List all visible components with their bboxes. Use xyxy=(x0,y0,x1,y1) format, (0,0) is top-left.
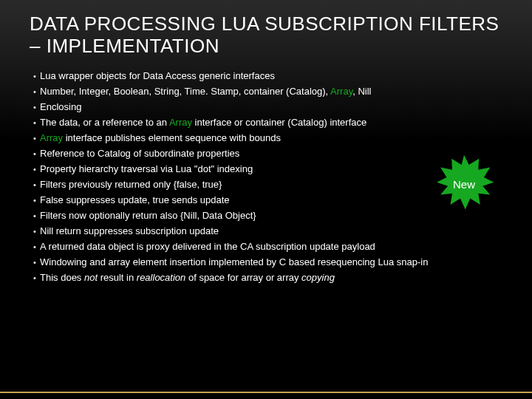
bullet-dot-icon: • xyxy=(30,271,40,285)
bullet-l4: • Array interface publishes element sequ… xyxy=(30,132,502,146)
text-span: , Nill xyxy=(352,86,371,97)
bullet-dot-icon: • xyxy=(30,116,40,130)
bullet-dot-icon: • xyxy=(30,256,40,270)
bullet-text: This does not result in reallocation of … xyxy=(40,271,502,285)
bullet-l2: • Property hierarchy traversal via Lua "… xyxy=(30,163,502,177)
bullet-dot-icon: • xyxy=(30,132,40,146)
bullet-dot-icon: • xyxy=(30,178,40,192)
bullet-l2: • Windowing and array element insertion … xyxy=(30,256,502,270)
bullet-l2: • A returned data object is proxy delive… xyxy=(30,240,502,254)
text-span: The data, or a reference to an xyxy=(40,117,169,128)
bullet-dot-icon: • xyxy=(30,69,40,83)
bullet-l1: • Filters now optionally return also {Ni… xyxy=(30,209,502,223)
bullet-dot-icon: • xyxy=(30,209,40,223)
bullet-l2: • Enclosing xyxy=(30,100,502,115)
bullet-dot-icon: • xyxy=(30,100,40,115)
bottom-accent-line xyxy=(0,392,532,393)
bullet-text: Enclosing xyxy=(40,100,502,115)
bullet-l2: • Number, Integer, Boolean, String, Time… xyxy=(30,85,502,99)
bullet-text: Number, Integer, Boolean, String, Time. … xyxy=(40,85,502,99)
text-span: interface publishes element sequence wit… xyxy=(63,132,281,143)
bullet-dot-icon: • xyxy=(30,194,40,208)
text-span: interface or container (Catalog) interfa… xyxy=(192,117,366,128)
text-span-italic: reallocation xyxy=(137,272,186,283)
bullet-text: The data, or a reference to an Array int… xyxy=(40,116,502,130)
bullet-text: Windowing and array element insertion im… xyxy=(40,256,502,270)
bullet-l3: • This does not result in reallocation o… xyxy=(30,271,502,285)
slide-body: • Lua wrapper objects for Data Access ge… xyxy=(30,69,502,285)
new-starburst-badge: New xyxy=(433,154,495,216)
bullet-text: Lua wrapper objects for Data Access gene… xyxy=(40,69,502,83)
bullet-l3: • Reference to Catalog of subordinate pr… xyxy=(30,147,502,161)
bullet-l2: • Nill return suppresses subscription up… xyxy=(30,225,502,239)
text-span-green: Array xyxy=(40,132,63,143)
bullet-text: A returned data object is proxy delivere… xyxy=(40,240,502,254)
bullet-dot-icon: • xyxy=(30,85,40,99)
slide-title: DATA PROCESSING LUA SUBSCRIPTION FILTERS… xyxy=(30,13,502,58)
text-span-green: Array xyxy=(169,117,192,128)
title-line-2: – IMPLEMENTATION xyxy=(30,35,219,57)
text-span: Number, Integer, Boolean, String, Time. … xyxy=(40,86,330,97)
text-span: This does xyxy=(40,272,84,283)
bullet-dot-icon: • xyxy=(30,147,40,161)
text-span-green: Array xyxy=(330,86,352,97)
bullet-dot-icon: • xyxy=(30,240,40,254)
bullet-text: Array interface publishes element sequen… xyxy=(40,132,502,146)
bullet-dot-icon: • xyxy=(30,225,40,239)
bullet-dot-icon: • xyxy=(30,163,40,177)
title-line-1: DATA PROCESSING LUA SUBSCRIPTION FILTERS xyxy=(30,13,499,35)
bullet-l1: • Lua wrapper objects for Data Access ge… xyxy=(30,69,502,83)
starburst-label: New xyxy=(433,154,495,216)
slide: DATA PROCESSING LUA SUBSCRIPTION FILTERS… xyxy=(0,0,532,399)
bullet-l2: • False suppresses update, true sends up… xyxy=(30,194,502,208)
bullet-l3: • The data, or a reference to an Array i… xyxy=(30,116,502,130)
text-span: result in xyxy=(98,272,137,283)
text-span-italic: not xyxy=(84,272,98,283)
text-span-italic: copying xyxy=(301,272,335,283)
bullet-text: Nill return suppresses subscription upda… xyxy=(40,225,502,239)
bullet-l1: • Filters previously returned only {fals… xyxy=(30,178,502,192)
text-span: of space for array or array xyxy=(185,272,301,283)
